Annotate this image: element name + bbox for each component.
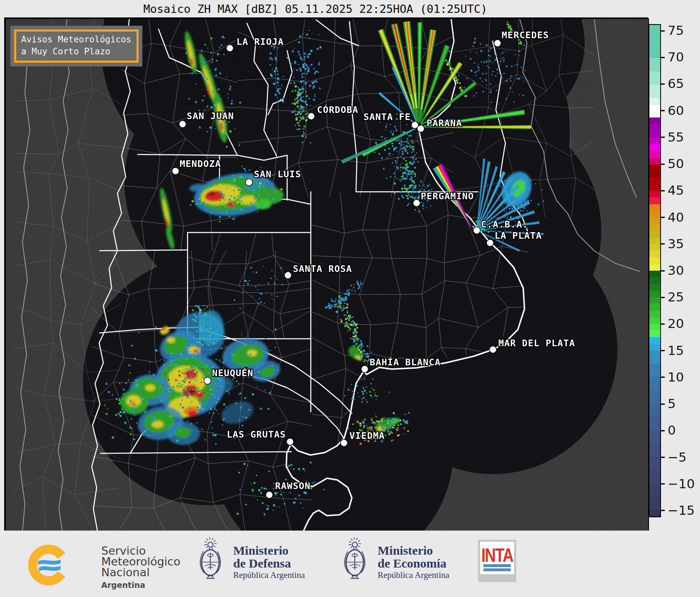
city-dot: [308, 113, 315, 120]
warning-badge-line1: Avisos Meteorológicos: [21, 34, 132, 46]
city-dot: [341, 440, 348, 447]
city-label: RAWSON: [275, 481, 310, 491]
page-title: Mosaico ZH MAX [dBZ] 05.11.2025 22:25HOA…: [0, 2, 631, 15]
inta-bar-icon: [483, 568, 511, 571]
colorbar-tick-mark: [661, 137, 665, 138]
city-label: MAR DEL PLATA: [498, 338, 575, 348]
radar-map: LA RIOJASAN JUANCÓRDOBAMENDOZASAN LUISSA…: [4, 17, 648, 531]
colorbar-tick-mark: [661, 217, 665, 218]
city-dot: [417, 125, 424, 132]
city-label: LAS GRUTAS: [227, 429, 286, 440]
city-label: SAN LUIS: [254, 169, 301, 179]
city-label: PERGAMINO: [421, 191, 474, 201]
colorbar-tick-label: 45: [668, 183, 684, 198]
city-label: MENDOZA: [180, 159, 221, 169]
warning-badge: Avisos Meteorológicos a Muy Corto Plazo: [10, 26, 142, 66]
colorbar-tick-mark: [661, 57, 665, 58]
smn-logo-text: Servicio Meteorológico Nacional Argentin…: [101, 546, 180, 590]
city-dot: [487, 240, 494, 247]
city-dot: [473, 227, 480, 234]
colorbar-tick-mark: [661, 404, 665, 405]
economia-sub: República Argentina: [378, 570, 449, 580]
city-label: LA PLATA: [495, 230, 542, 241]
city-dot: [179, 121, 186, 128]
smn-line3: Nacional: [101, 567, 180, 578]
colorbar-tick-label: 55: [668, 129, 684, 144]
colorbar-tick-mark: [661, 350, 665, 351]
radar-map-canvas: LA RIOJASAN JUANCÓRDOBAMENDOZASAN LUISSA…: [5, 18, 649, 531]
colorbar-tick-mark: [661, 270, 665, 272]
colorbar-tick-label: 25: [668, 289, 684, 304]
ministerio-economia-logo: Ministerio de Economía República Argenti…: [339, 535, 489, 593]
colorbar-tick-label: 35: [668, 236, 684, 251]
radar-coverage-circles: [83, 18, 617, 531]
colorbar-tick-label: −5: [668, 449, 687, 464]
defensa-line2: de Defensa: [233, 557, 305, 570]
coat-of-arms-icon: [339, 536, 370, 585]
colorbar-tick-mark: [661, 457, 665, 458]
inta-label: INTA: [481, 544, 513, 566]
city-dot: [172, 168, 179, 175]
city-label: SANTA FE: [363, 112, 411, 122]
colorbar-tick-mark: [661, 83, 665, 85]
smn-logo: Servicio Meteorológico Nacional Argentin…: [26, 536, 192, 591]
city-dot: [246, 179, 253, 186]
city-label: SAN JUAN: [187, 111, 234, 121]
ministerio-defensa-logo: Ministerio de Defensa República Argentin…: [195, 535, 340, 593]
smn-sub: Argentina: [101, 580, 180, 590]
colorbar-tick-mark: [661, 483, 665, 484]
colorbar: 757065605550454035302520151050−5−10−15: [649, 24, 698, 519]
colorbar-tick-mark: [661, 323, 665, 325]
city-dot: [494, 40, 501, 47]
colorbar-tick-mark: [661, 243, 665, 245]
city-dot: [361, 366, 368, 373]
colorbar-tick-mark: [661, 190, 665, 191]
city-dot: [227, 45, 234, 52]
city-label: PARANA: [427, 118, 462, 128]
city-label: NEUQUÉN: [212, 368, 254, 378]
city-label: VIEDMA: [349, 431, 385, 441]
colorbar-tick-mark: [661, 430, 665, 431]
colorbar-tick-label: 15: [668, 343, 684, 357]
city-dot: [287, 438, 294, 445]
colorbar-tick-mark: [661, 377, 665, 378]
colorbar-tick-label: 10: [668, 369, 684, 384]
city-label: MERCEDES: [502, 30, 549, 40]
city-label: LA RIOJA: [237, 37, 284, 47]
economia-line2: de Economía: [378, 557, 449, 570]
warning-badge-line2: a Muy Corto Plazo: [21, 46, 132, 58]
inta-logo: INTA: [478, 540, 516, 582]
colorbar-tick-label: 5: [668, 396, 676, 411]
defensa-sub: República Argentina: [233, 570, 305, 580]
colorbar-tick-label: −15: [668, 502, 695, 517]
economia-line1: Ministerio: [378, 544, 449, 557]
ministerio-economia-text: Ministerio de Economía República Argenti…: [378, 544, 449, 580]
smn-logo-icon: [26, 542, 71, 588]
defensa-line1: Ministerio: [233, 544, 305, 557]
coat-of-arms-icon: [195, 536, 226, 585]
colorbar-tick-label: 30: [668, 263, 684, 278]
colorbar-tick-mark: [661, 110, 665, 111]
colorbar-tick-label: 50: [668, 156, 684, 171]
city-dot: [285, 272, 292, 279]
footer: Servicio Meteorológico Nacional Argentin…: [0, 531, 700, 597]
radar-mosaic-page: Mosaico ZH MAX [dBZ] 05.11.2025 22:25HOA…: [0, 0, 700, 597]
colorbar-tick-label: 20: [668, 316, 684, 331]
city-label: C.A.B.A.: [481, 219, 528, 230]
colorbar-tick-mark: [661, 297, 665, 298]
city-label: BAHÍA BLANCA: [370, 357, 441, 367]
colorbar-tick-mark: [661, 164, 665, 165]
colorbar-tick-label: 0: [668, 423, 676, 438]
city-label: SANTA ROSA: [293, 264, 352, 274]
ministerio-defensa-text: Ministerio de Defensa República Argentin…: [233, 544, 305, 580]
colorbar-tick-label: 65: [668, 76, 684, 91]
colorbar-tick-label: 70: [668, 49, 684, 64]
colorbar-tick-mark: [661, 30, 665, 32]
colorbar-tick-label: 40: [668, 209, 684, 224]
city-dot: [413, 200, 420, 207]
colorbar-tick-label: 60: [668, 103, 684, 117]
city-dot: [204, 377, 211, 384]
city-dot: [266, 492, 273, 499]
colorbar-scale: [649, 24, 661, 517]
colorbar-tick-mark: [661, 510, 665, 511]
